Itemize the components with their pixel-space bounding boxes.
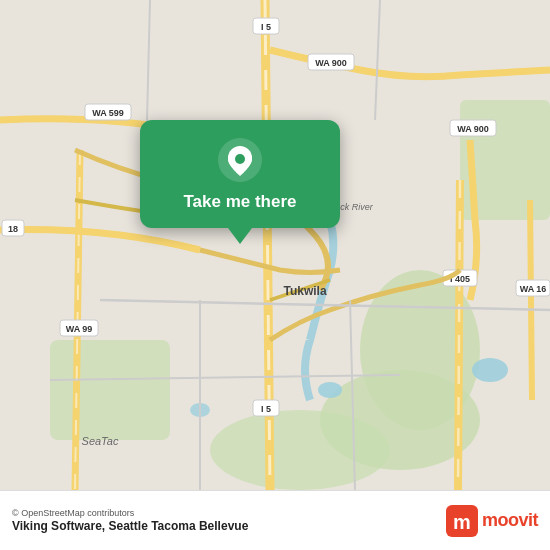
callout-label: Take me there — [183, 192, 296, 212]
moovit-brand-text: moovit — [482, 510, 538, 531]
svg-rect-3 — [50, 340, 170, 440]
moovit-logo: m moovit — [446, 505, 538, 537]
svg-point-4 — [210, 410, 390, 490]
svg-text:I 5: I 5 — [261, 22, 271, 32]
bottom-bar: © OpenStreetMap contributors Viking Soft… — [0, 490, 550, 550]
svg-point-7 — [318, 382, 342, 398]
svg-text:WA 900: WA 900 — [315, 58, 347, 68]
svg-point-34 — [235, 154, 245, 164]
moovit-logo-icon: m — [446, 505, 478, 537]
location-name: Viking Software, Seattle Tacoma Bellevue — [12, 519, 248, 533]
svg-text:SeaTac: SeaTac — [82, 435, 119, 447]
svg-text:WA 900: WA 900 — [457, 124, 489, 134]
map-container: I 5 I 5 WA 99 WA 599 WA 900 WA 900 18 I … — [0, 0, 550, 490]
map-svg: I 5 I 5 WA 99 WA 599 WA 900 WA 900 18 I … — [0, 0, 550, 490]
svg-text:WA 99: WA 99 — [66, 324, 93, 334]
copyright-text: © OpenStreetMap contributors — [12, 508, 248, 518]
svg-text:I 5: I 5 — [261, 404, 271, 414]
svg-text:WA 599: WA 599 — [92, 108, 124, 118]
callout-popup[interactable]: Take me there — [140, 120, 340, 228]
svg-text:18: 18 — [8, 224, 18, 234]
svg-text:WA 16: WA 16 — [520, 284, 547, 294]
location-pin-icon — [218, 138, 262, 182]
svg-point-6 — [472, 358, 508, 382]
location-info: © OpenStreetMap contributors Viking Soft… — [12, 508, 248, 533]
svg-text:m: m — [453, 511, 471, 533]
svg-text:Tukwila: Tukwila — [283, 284, 326, 298]
